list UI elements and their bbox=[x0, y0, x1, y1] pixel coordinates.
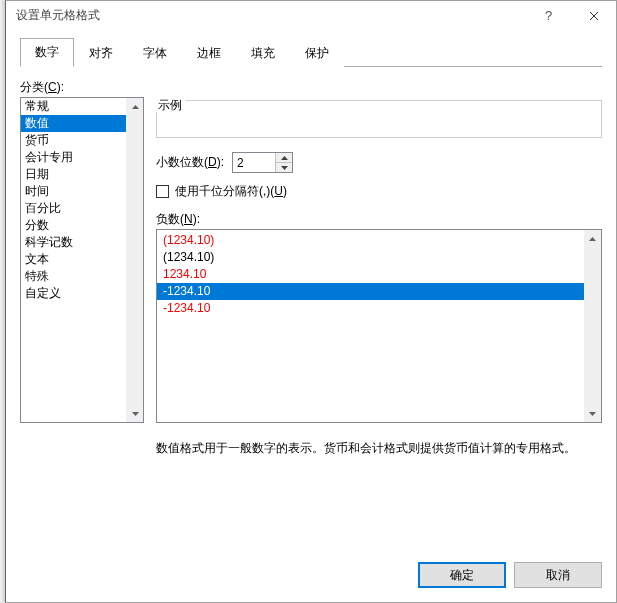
category-listbox[interactable]: 常规数值货币会计专用日期时间百分比分数科学记数文本特殊自定义 bbox=[20, 97, 144, 423]
negative-format-item[interactable]: -1234.10 bbox=[157, 283, 584, 300]
negative-format-item[interactable]: (1234.10) bbox=[157, 232, 584, 249]
cancel-button[interactable]: 取消 bbox=[514, 562, 602, 588]
decimal-places-spinner[interactable] bbox=[232, 152, 293, 173]
thousands-separator-label: 使用千位分隔符(,)(U) bbox=[175, 183, 287, 200]
help-icon: ? bbox=[545, 8, 552, 23]
close-icon bbox=[589, 11, 599, 21]
category-item[interactable]: 分数 bbox=[21, 217, 126, 234]
decimal-places-input[interactable] bbox=[233, 153, 275, 172]
category-item[interactable]: 会计专用 bbox=[21, 149, 126, 166]
tab-border[interactable]: 边框 bbox=[182, 39, 236, 67]
scroll-up-icon[interactable] bbox=[127, 98, 143, 115]
category-item[interactable]: 数值 bbox=[21, 115, 126, 132]
dialog-footer: 确定 取消 bbox=[20, 562, 602, 588]
category-item[interactable]: 文本 bbox=[21, 251, 126, 268]
scroll-up-icon[interactable] bbox=[584, 230, 601, 247]
category-item[interactable]: 日期 bbox=[21, 166, 126, 183]
title-bar: 设置单元格格式 ? bbox=[6, 1, 616, 31]
checkbox-icon bbox=[156, 185, 169, 198]
tab-align[interactable]: 对齐 bbox=[74, 39, 128, 67]
category-item[interactable]: 特殊 bbox=[21, 268, 126, 285]
category-item[interactable]: 自定义 bbox=[21, 285, 126, 302]
category-item[interactable]: 百分比 bbox=[21, 200, 126, 217]
footer-separator bbox=[20, 551, 602, 552]
negative-format-item[interactable]: 1234.10 bbox=[157, 266, 584, 283]
right-pane: 示例 小数位数(D): bbox=[156, 79, 602, 531]
dialog-title: 设置单元格格式 bbox=[6, 7, 526, 24]
negative-numbers-listbox[interactable]: (1234.10)(1234.10)1234.10-1234.10-1234.1… bbox=[156, 229, 602, 423]
tab-fill[interactable]: 填充 bbox=[236, 39, 290, 67]
category-scrollbar[interactable] bbox=[126, 98, 143, 422]
ok-button[interactable]: 确定 bbox=[418, 562, 506, 588]
spinner-down-button[interactable] bbox=[276, 163, 292, 172]
sample-box bbox=[156, 100, 602, 138]
tab-protect[interactable]: 保护 bbox=[290, 39, 344, 67]
negative-scrollbar[interactable] bbox=[584, 230, 601, 422]
category-label: 分类(C): bbox=[20, 79, 64, 96]
format-description: 数值格式用于一般数字的表示。货币和会计格式则提供货币值计算的专用格式。 bbox=[156, 439, 602, 458]
category-item[interactable]: 常规 bbox=[21, 98, 126, 115]
tab-number[interactable]: 数字 bbox=[20, 38, 74, 67]
category-item[interactable]: 科学记数 bbox=[21, 234, 126, 251]
format-cells-dialog: 设置单元格格式 ? 数字对齐字体边框填充保护 分类(C): 常规数值货币会计专用… bbox=[5, 0, 617, 603]
tab-strip: 数字对齐字体边框填充保护 bbox=[20, 41, 602, 67]
scroll-down-icon[interactable] bbox=[584, 405, 601, 422]
dialog-body: 数字对齐字体边框填充保护 分类(C): 常规数值货币会计专用日期时间百分比分数科… bbox=[6, 31, 616, 602]
category-item[interactable]: 货币 bbox=[21, 132, 126, 149]
scroll-down-icon[interactable] bbox=[127, 405, 143, 422]
help-button[interactable]: ? bbox=[526, 1, 571, 31]
category-item[interactable]: 时间 bbox=[21, 183, 126, 200]
negative-numbers-label: 负数(N): bbox=[156, 211, 200, 228]
tab-font[interactable]: 字体 bbox=[128, 39, 182, 67]
number-tab-content: 分类(C): 常规数值货币会计专用日期时间百分比分数科学记数文本特殊自定义 示例… bbox=[20, 79, 602, 531]
negative-format-item[interactable]: -1234.10 bbox=[157, 300, 584, 317]
decimal-places-label: 小数位数(D): bbox=[156, 154, 224, 171]
spinner-up-button[interactable] bbox=[276, 153, 292, 163]
close-button[interactable] bbox=[571, 1, 616, 31]
sample-label: 示例 bbox=[156, 97, 184, 114]
negative-format-item[interactable]: (1234.10) bbox=[157, 249, 584, 266]
thousands-separator-checkbox[interactable]: 使用千位分隔符(,)(U) bbox=[156, 183, 287, 200]
